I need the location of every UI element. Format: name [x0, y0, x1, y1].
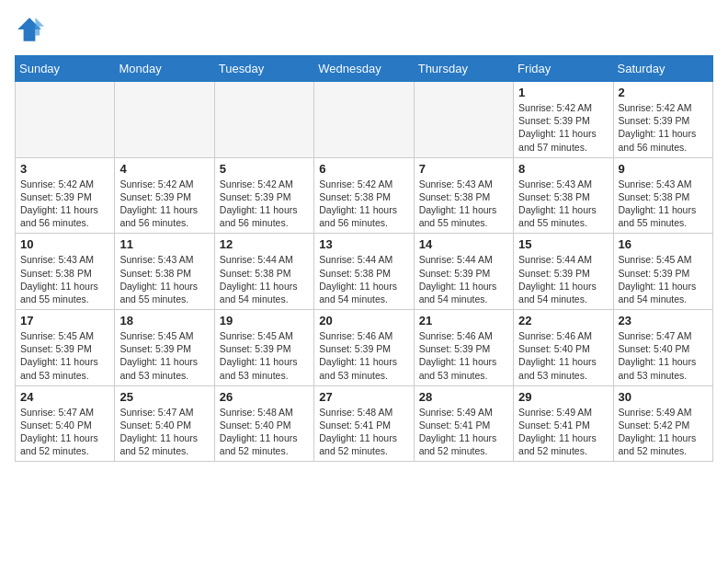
day-number: 19	[220, 314, 309, 327]
weekday-header-saturday: Saturday	[613, 56, 712, 82]
calendar-cell: 27Sunrise: 5:48 AMSunset: 5:41 PMDayligh…	[314, 385, 414, 462]
day-number: 14	[419, 237, 508, 251]
day-info: Sunrise: 5:44 AMSunset: 5:38 PMDaylight:…	[319, 253, 408, 305]
day-number: 2	[619, 86, 708, 99]
calendar-cell: 17Sunrise: 5:45 AMSunset: 5:39 PMDayligh…	[16, 310, 115, 386]
day-info: Sunrise: 5:44 AMSunset: 5:38 PMDaylight:…	[220, 253, 309, 305]
day-info: Sunrise: 5:42 AMSunset: 5:38 PMDaylight:…	[319, 178, 408, 230]
day-info: Sunrise: 5:43 AMSunset: 5:38 PMDaylight:…	[119, 253, 209, 305]
day-number: 25	[119, 390, 209, 404]
calendar-cell: 7Sunrise: 5:43 AMSunset: 5:38 PMDaylight…	[414, 157, 513, 234]
calendar-cell: 20Sunrise: 5:46 AMSunset: 5:39 PMDayligh…	[314, 310, 414, 386]
calendar-cell: 18Sunrise: 5:45 AMSunset: 5:39 PMDayligh…	[115, 310, 214, 386]
day-info: Sunrise: 5:45 AMSunset: 5:39 PMDaylight:…	[119, 329, 209, 382]
day-info: Sunrise: 5:47 AMSunset: 5:40 PMDaylight:…	[20, 406, 109, 458]
day-info: Sunrise: 5:43 AMSunset: 5:38 PMDaylight:…	[518, 178, 608, 230]
calendar-cell: 25Sunrise: 5:47 AMSunset: 5:40 PMDayligh…	[115, 385, 214, 462]
calendar-cell	[314, 82, 414, 158]
day-info: Sunrise: 5:49 AMSunset: 5:42 PMDaylight:…	[619, 406, 708, 458]
weekday-header-monday: Monday	[115, 56, 214, 82]
calendar-cell: 26Sunrise: 5:48 AMSunset: 5:40 PMDayligh…	[214, 385, 313, 462]
week-row-2: 3Sunrise: 5:42 AMSunset: 5:39 PMDaylight…	[16, 157, 713, 234]
day-info: Sunrise: 5:49 AMSunset: 5:41 PMDaylight:…	[419, 406, 508, 458]
day-info: Sunrise: 5:45 AMSunset: 5:39 PMDaylight:…	[20, 329, 109, 382]
calendar-cell: 22Sunrise: 5:46 AMSunset: 5:40 PMDayligh…	[514, 310, 613, 386]
weekday-header-friday: Friday	[514, 56, 613, 82]
calendar-cell: 1Sunrise: 5:42 AMSunset: 5:39 PMDaylight…	[514, 82, 613, 158]
calendar-cell: 16Sunrise: 5:45 AMSunset: 5:39 PMDayligh…	[613, 234, 712, 310]
day-info: Sunrise: 5:47 AMSunset: 5:40 PMDaylight:…	[619, 329, 708, 382]
week-row-4: 17Sunrise: 5:45 AMSunset: 5:39 PMDayligh…	[16, 310, 713, 386]
day-number: 26	[220, 390, 309, 404]
day-info: Sunrise: 5:43 AMSunset: 5:38 PMDaylight:…	[619, 178, 708, 230]
day-info: Sunrise: 5:42 AMSunset: 5:39 PMDaylight:…	[20, 178, 109, 230]
day-number: 27	[319, 390, 408, 404]
day-number: 11	[119, 237, 209, 251]
day-info: Sunrise: 5:45 AMSunset: 5:39 PMDaylight:…	[619, 253, 708, 305]
day-info: Sunrise: 5:44 AMSunset: 5:39 PMDaylight:…	[518, 253, 608, 305]
weekday-header-sunday: Sunday	[16, 56, 115, 82]
day-info: Sunrise: 5:48 AMSunset: 5:41 PMDaylight:…	[319, 406, 408, 458]
day-info: Sunrise: 5:47 AMSunset: 5:40 PMDaylight:…	[119, 406, 209, 458]
calendar-cell: 12Sunrise: 5:44 AMSunset: 5:38 PMDayligh…	[214, 234, 313, 310]
calendar-cell: 3Sunrise: 5:42 AMSunset: 5:39 PMDaylight…	[16, 157, 115, 234]
calendar-cell: 6Sunrise: 5:42 AMSunset: 5:38 PMDaylight…	[314, 157, 414, 234]
weekday-header-row: SundayMondayTuesdayWednesdayThursdayFrid…	[16, 56, 713, 82]
calendar-cell: 13Sunrise: 5:44 AMSunset: 5:38 PMDayligh…	[314, 234, 414, 310]
day-number: 12	[220, 237, 309, 251]
day-number: 17	[20, 314, 109, 327]
day-number: 22	[518, 314, 608, 327]
day-number: 6	[319, 162, 408, 176]
day-info: Sunrise: 5:46 AMSunset: 5:39 PMDaylight:…	[419, 329, 508, 382]
page-header	[15, 15, 713, 44]
calendar-cell: 5Sunrise: 5:42 AMSunset: 5:39 PMDaylight…	[214, 157, 313, 234]
day-info: Sunrise: 5:42 AMSunset: 5:39 PMDaylight:…	[220, 178, 309, 230]
calendar-cell	[115, 82, 214, 158]
day-number: 24	[20, 390, 109, 404]
calendar-cell: 4Sunrise: 5:42 AMSunset: 5:39 PMDaylight…	[115, 157, 214, 234]
calendar-cell	[214, 82, 313, 158]
calendar-cell: 8Sunrise: 5:43 AMSunset: 5:38 PMDaylight…	[514, 157, 613, 234]
calendar-cell: 2Sunrise: 5:42 AMSunset: 5:39 PMDaylight…	[613, 82, 712, 158]
day-number: 5	[220, 162, 309, 176]
week-row-3: 10Sunrise: 5:43 AMSunset: 5:38 PMDayligh…	[16, 234, 713, 310]
weekday-header-thursday: Thursday	[414, 56, 513, 82]
calendar-cell: 14Sunrise: 5:44 AMSunset: 5:39 PMDayligh…	[414, 234, 513, 310]
day-number: 10	[20, 237, 109, 251]
day-info: Sunrise: 5:42 AMSunset: 5:39 PMDaylight:…	[119, 178, 209, 230]
day-info: Sunrise: 5:49 AMSunset: 5:41 PMDaylight:…	[518, 406, 608, 458]
day-number: 3	[20, 162, 109, 176]
calendar-table: SundayMondayTuesdayWednesdayThursdayFrid…	[15, 55, 713, 462]
calendar-cell: 23Sunrise: 5:47 AMSunset: 5:40 PMDayligh…	[613, 310, 712, 386]
day-number: 4	[119, 162, 209, 176]
day-number: 23	[619, 314, 708, 327]
week-row-1: 1Sunrise: 5:42 AMSunset: 5:39 PMDaylight…	[16, 82, 713, 158]
day-info: Sunrise: 5:43 AMSunset: 5:38 PMDaylight:…	[419, 178, 508, 230]
day-number: 29	[518, 390, 608, 404]
calendar-cell: 29Sunrise: 5:49 AMSunset: 5:41 PMDayligh…	[514, 385, 613, 462]
day-number: 16	[619, 237, 708, 251]
logo-icon	[15, 15, 44, 44]
day-info: Sunrise: 5:44 AMSunset: 5:39 PMDaylight:…	[419, 253, 508, 305]
day-number: 13	[319, 237, 408, 251]
calendar-cell: 28Sunrise: 5:49 AMSunset: 5:41 PMDayligh…	[414, 385, 513, 462]
day-info: Sunrise: 5:48 AMSunset: 5:40 PMDaylight:…	[220, 406, 309, 458]
day-number: 1	[518, 86, 608, 99]
calendar-cell: 19Sunrise: 5:45 AMSunset: 5:39 PMDayligh…	[214, 310, 313, 386]
calendar-cell: 11Sunrise: 5:43 AMSunset: 5:38 PMDayligh…	[115, 234, 214, 310]
week-row-5: 24Sunrise: 5:47 AMSunset: 5:40 PMDayligh…	[16, 385, 713, 462]
svg-marker-1	[35, 17, 44, 35]
calendar-cell: 15Sunrise: 5:44 AMSunset: 5:39 PMDayligh…	[514, 234, 613, 310]
day-number: 28	[419, 390, 508, 404]
calendar-cell: 21Sunrise: 5:46 AMSunset: 5:39 PMDayligh…	[414, 310, 513, 386]
calendar-cell	[16, 82, 115, 158]
day-number: 21	[419, 314, 508, 327]
day-info: Sunrise: 5:43 AMSunset: 5:38 PMDaylight:…	[20, 253, 109, 305]
day-number: 9	[619, 162, 708, 176]
calendar-cell: 30Sunrise: 5:49 AMSunset: 5:42 PMDayligh…	[613, 385, 712, 462]
calendar-cell	[414, 82, 513, 158]
day-info: Sunrise: 5:42 AMSunset: 5:39 PMDaylight:…	[619, 101, 708, 154]
day-info: Sunrise: 5:45 AMSunset: 5:39 PMDaylight:…	[220, 329, 309, 382]
day-number: 30	[619, 390, 708, 404]
weekday-header-wednesday: Wednesday	[314, 56, 414, 82]
